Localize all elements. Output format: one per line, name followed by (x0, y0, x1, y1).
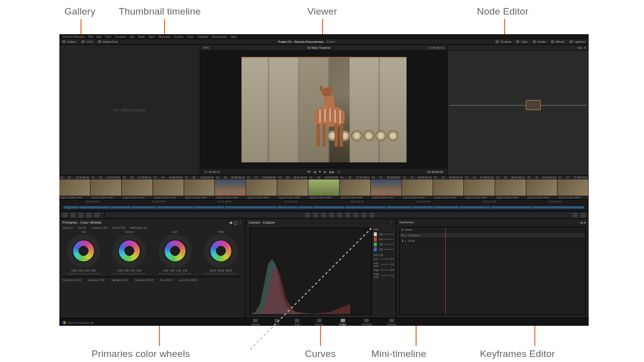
toggle-timeline[interactable]: Timeline (496, 40, 511, 43)
keyframes-mode[interactable]: All (580, 221, 584, 224)
step-back-icon[interactable]: ◀ (313, 170, 316, 173)
mini-timeline[interactable]: 01:00:00:0001:00:24:2001:00:48:1501:01:1… (59, 200, 589, 212)
viewer-clip-name[interactable]: 01 Main Timeline (307, 46, 330, 49)
thumbnail-clip[interactable]: V10516:53:12:04Apple ProRes 4444 (184, 175, 215, 199)
tool-icon[interactable] (329, 213, 334, 218)
menu-mark[interactable]: Mark (138, 35, 145, 38)
menu-fairlight[interactable]: Fairlight (197, 35, 208, 38)
node-editor-panel[interactable]: Clip▾ (448, 45, 589, 175)
softclip-row[interactable]: High Soft0.0 (374, 273, 394, 279)
node-box[interactable] (526, 100, 541, 110)
toggle-media-pool[interactable]: Media Pool (98, 40, 118, 43)
menu-workspace[interactable]: Workspace (212, 35, 227, 38)
thumbnail-clip[interactable]: V11100:18:00:00Apple ProRes 4444 (371, 175, 401, 199)
adjust-field[interactable]: Pivot 0.435 (113, 226, 125, 229)
channel-row[interactable]: 100 (374, 237, 394, 241)
thumbnail-clip[interactable]: V10317:00:54:21Apple ProRes 4444 (122, 175, 152, 199)
softclip-row[interactable]: High100 (374, 268, 394, 272)
color-wheel[interactable] (158, 234, 192, 267)
wheel-slider[interactable] (67, 273, 100, 275)
menu-fusion[interactable]: Fusion (174, 35, 183, 38)
play-icon[interactable]: ▶ (324, 170, 327, 173)
menu-color[interactable]: Color (187, 35, 194, 38)
tool-icon[interactable] (62, 213, 67, 218)
thumbnail-clip[interactable]: V10217:01:30:01Apple ProRes 4444 (91, 175, 121, 199)
thumbnail-clip[interactable]: V11601:52:06:13Apple ProRes 4444 (526, 175, 557, 199)
adjust-field[interactable]: Shadows 0.00 (88, 279, 104, 282)
keyframes-playhead[interactable] (445, 227, 446, 314)
menu-view[interactable]: View (148, 35, 155, 38)
primaries-mode-icons[interactable]: ◉ ◯ ⋮ (229, 221, 242, 225)
color-wheel[interactable] (204, 234, 237, 267)
tool-icon[interactable] (337, 213, 342, 218)
adjust-field[interactable]: Highlights 0.00 (111, 279, 128, 282)
loop-icon[interactable]: ↻ (338, 170, 340, 173)
step-fwd-icon[interactable]: ▶▶ (330, 170, 335, 173)
node-scope-dropdown[interactable]: Clip (577, 46, 582, 49)
thumbnail-clip[interactable]: V10600:20:59:10Apple ProRes 4444 (215, 175, 246, 199)
thumbnail-clip[interactable]: V10715:42:09:00Apple ProRes 4444 (246, 175, 277, 199)
tool-icon[interactable] (353, 213, 358, 218)
channel-row[interactable]: 100 (374, 242, 394, 246)
tool-icon[interactable] (87, 213, 92, 218)
toggle-luts[interactable]: LUTs (82, 40, 93, 43)
toggle-gallery[interactable]: Gallery (62, 40, 76, 43)
page-deliver[interactable]: Deliver (387, 319, 397, 326)
tool-icon[interactable] (369, 213, 374, 218)
thumbnail-clip[interactable]: V11707:39:13:10Apple ProRes 4444 (557, 175, 588, 199)
tool-icon[interactable] (321, 213, 326, 218)
thumbnail-clip[interactable]: V11508:31:48:21Apple ProRes 4444 (495, 175, 526, 199)
thumbnail-clip[interactable]: V10117:45:36:09Apple ProRes 4444 (59, 175, 90, 199)
thumbnail-clip[interactable]: V10416:36:04:24Apple ProRes 4444 (153, 175, 184, 199)
viewer-viewport[interactable] (200, 51, 447, 168)
stop-icon[interactable]: ■ (319, 170, 321, 173)
adjust-field[interactable]: Contrast 1.000 (91, 226, 108, 229)
tool-icon[interactable] (95, 213, 100, 218)
channel-row[interactable]: 100 (374, 247, 394, 251)
thumbnail-clip[interactable]: V10816:41:39:22Apple ProRes 4444 (277, 175, 308, 199)
wheel-slider[interactable] (204, 273, 237, 275)
menu-app[interactable]: DaVinci Resolve (62, 35, 85, 38)
thumbnail-clip[interactable]: V10916:59:45:02Apple ProRes 4444 (308, 175, 339, 199)
tool-icon[interactable] (345, 213, 350, 218)
thumbnail-clip[interactable]: V11307:45:41:07Apple ProRes 4444 (433, 175, 464, 199)
viewer-zoom[interactable]: 40% (203, 46, 209, 49)
color-wheel[interactable] (67, 234, 100, 267)
wheel-slider[interactable] (113, 273, 146, 275)
toggle-effects[interactable]: Effects (551, 40, 565, 43)
menu-playback[interactable]: Playback (158, 35, 171, 38)
menu-trim[interactable]: Trim (105, 35, 111, 38)
softclip-row[interactable]: Low0.0 (374, 257, 394, 260)
thumbnail-timeline[interactable]: V10117:45:36:09Apple ProRes 4444V10217:0… (59, 175, 589, 200)
menu-edit[interactable]: Edit (97, 35, 102, 38)
adjust-field[interactable]: Temp 0.0 (62, 226, 73, 229)
tool-icon[interactable] (305, 213, 310, 218)
adjust-field[interactable]: Color Boost 0.00 (62, 279, 81, 282)
tool-icon[interactable] (78, 213, 84, 218)
menu-file[interactable]: File (88, 35, 93, 38)
adjust-field[interactable]: Lum Mix 100.00 (179, 279, 197, 282)
color-wheel[interactable] (113, 234, 146, 267)
tool-icon[interactable] (361, 213, 366, 218)
keyframes-track-area[interactable]: Master ▸Corrector 1 ▸Sizing (399, 227, 586, 315)
adjust-field[interactable]: Mid/Detail 0.00 (130, 226, 147, 229)
toggle-clips[interactable]: Clips (516, 40, 527, 43)
softclip-row[interactable]: Low Soft0.0 (374, 261, 394, 267)
toggle-nodes[interactable]: Nodes (533, 40, 546, 43)
channel-row[interactable]: 100 (374, 232, 394, 236)
curves-graph[interactable] (250, 228, 372, 315)
menu-clip[interactable]: Clip (129, 35, 134, 38)
mini-playhead[interactable] (68, 205, 69, 211)
tool-icon[interactable] (313, 213, 318, 218)
menu-timeline[interactable]: Timeline (115, 35, 126, 38)
menu-help[interactable]: Help (230, 35, 236, 38)
curves-mode-icons[interactable]: ⋮ (389, 221, 393, 225)
toggle-lightbox[interactable]: Lightbox (570, 40, 586, 43)
adjust-field[interactable]: Tint 0.0 (78, 226, 87, 229)
thumbnail-clip[interactable]: V11208:09:55:13Apple ProRes 4444 (402, 175, 433, 199)
tool-icon[interactable] (70, 213, 75, 218)
thumbnail-clip[interactable]: V11017:37:19:14Apple ProRes 4444 (340, 175, 370, 199)
wheel-slider[interactable] (158, 273, 192, 275)
tool-icon[interactable] (573, 213, 578, 218)
jump-first-icon[interactable]: ⏮ (307, 170, 310, 173)
